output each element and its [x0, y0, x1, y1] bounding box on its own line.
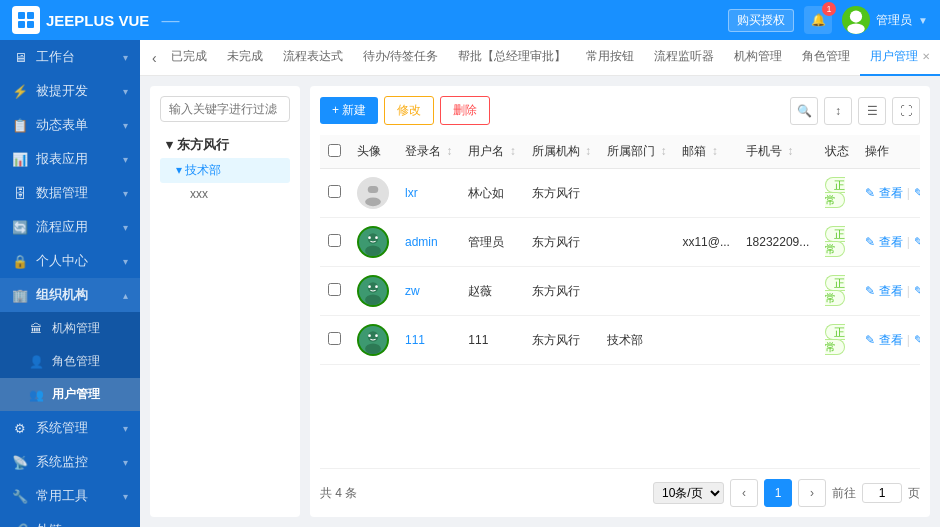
add-user-button[interactable]: + 新建	[320, 97, 378, 124]
edit-user-button[interactable]: 修改	[384, 96, 434, 125]
tab-done[interactable]: 已完成	[161, 40, 217, 76]
refresh-icon-btn[interactable]: ↕	[824, 97, 852, 125]
login-link[interactable]: admin	[405, 235, 438, 249]
sidebar-item-dev[interactable]: ⚡ 被提开发 ▾	[0, 74, 140, 108]
row-checkbox[interactable]	[328, 234, 341, 247]
user-table: 头像 登录名 ↕ 用户名 ↕ 所属机构 ↕ 所属部门 ↕ 邮箱 ↕ 手机号 ↕ …	[320, 135, 920, 365]
table-toolbar: + 新建 修改 删除 🔍 ↕ ☰ ⛶	[320, 96, 920, 125]
svg-point-4	[850, 10, 862, 22]
sidebar-item-report[interactable]: 📊 报表应用 ▾	[0, 142, 140, 176]
username-cell: 111	[460, 316, 523, 365]
delete-user-button[interactable]: 删除	[440, 96, 490, 125]
login-link[interactable]: zw	[405, 284, 420, 298]
sidebar-item-personal[interactable]: 🔒 个人中心 ▾	[0, 244, 140, 278]
monitor-icon: 📡	[12, 454, 28, 470]
username-cell: 管理员	[460, 218, 523, 267]
chevron-icon: ▾	[123, 154, 128, 165]
tab-close-icon[interactable]: ✕	[922, 51, 930, 62]
logo: JEEPLUS VUE	[12, 6, 149, 34]
tree-leaf-node-xxx[interactable]: xxx	[160, 183, 290, 205]
tree-search-input[interactable]	[160, 96, 290, 122]
prev-page-button[interactable]: ‹	[730, 479, 758, 507]
per-page-select[interactable]: 10条/页	[653, 482, 724, 504]
tab-user-mgmt[interactable]: 用户管理 ✕	[860, 40, 940, 76]
current-page-button[interactable]: 1	[764, 479, 792, 507]
view-button[interactable]: ✎ 查看	[865, 332, 902, 349]
edit-button[interactable]: ✎ 修改	[914, 185, 920, 202]
tab-institution-mgmt[interactable]: 机构管理	[724, 40, 792, 76]
notification-button[interactable]: 🔔 1	[804, 6, 832, 34]
sidebar-item-label: 系统监控	[36, 453, 88, 471]
sidebar-item-sysmanage[interactable]: ⚙ 系统管理 ▾	[0, 411, 140, 445]
sidebar-item-workbench[interactable]: 🖥 工作台 ▾	[0, 40, 140, 74]
tab-pending[interactable]: 待办/待签任务	[353, 40, 448, 76]
sidebar-item-org[interactable]: 🏢 组织机构 ▴	[0, 278, 140, 312]
dept-cell	[599, 169, 674, 218]
tab-role-mgmt[interactable]: 角色管理	[792, 40, 860, 76]
edit-button[interactable]: ✎ 修改	[914, 283, 920, 300]
login-link[interactable]: lxr	[405, 186, 418, 200]
desktop-icon: 🖥	[12, 49, 28, 65]
buy-auth-button[interactable]: 购买授权	[728, 9, 794, 32]
edit-button[interactable]: ✎ 修改	[914, 234, 920, 251]
main-layout: 🖥 工作台 ▾ ⚡ 被提开发 ▾ 📋 动态表单 ▾ 📊 报表应用 ▾ 🗄	[0, 40, 940, 527]
view-button[interactable]: ✎ 查看	[865, 185, 902, 202]
table-row: lxr 林心如 东方风行 正常 ✎ 查看	[320, 169, 920, 218]
tab-help[interactable]: 帮批【总经理审批】	[448, 40, 576, 76]
sidebar-item-tools[interactable]: 🔧 常用工具 ▾	[0, 479, 140, 513]
sidebar-item-institution[interactable]: 🏛 机构管理	[0, 312, 140, 345]
dept-cell: 技术部	[599, 316, 674, 365]
tab-flow-expr[interactable]: 流程表达式	[273, 40, 353, 76]
tab-common-btn[interactable]: 常用按钮	[576, 40, 644, 76]
sidebar-item-data[interactable]: 🗄 数据管理 ▾	[0, 176, 140, 210]
sidebar-item-monitor[interactable]: 📡 系统监控 ▾	[0, 445, 140, 479]
tree-root-node[interactable]: ▾ 东方风行	[160, 132, 290, 158]
sidebar-item-label: 工作台	[36, 48, 75, 66]
phone-cell: 18232209...	[738, 218, 817, 267]
user-table-panel: + 新建 修改 删除 🔍 ↕ ☰ ⛶	[310, 86, 930, 517]
goto-page-input[interactable]	[862, 483, 902, 503]
sidebar-org-submenu: 🏛 机构管理 👤 角色管理 👥 用户管理	[0, 312, 140, 411]
sidebar-item-label: 外链	[36, 521, 62, 527]
row-actions: ✎ 查看 | ✎ 修改 | 🗑 删除	[865, 332, 920, 349]
sidebar-item-label: 动态表单	[36, 116, 88, 134]
chevron-icon: ▾	[123, 491, 128, 502]
sidebar-item-role[interactable]: 👤 角色管理	[0, 345, 140, 378]
view-button[interactable]: ✎ 查看	[865, 234, 902, 251]
edit-button[interactable]: ✎ 修改	[914, 332, 920, 349]
view-button[interactable]: ✎ 查看	[865, 283, 902, 300]
tree-expand-icon: ▾	[166, 137, 177, 152]
toolbar-right-actions: 🔍 ↕ ☰ ⛶	[790, 97, 920, 125]
login-link[interactable]: 111	[405, 333, 425, 347]
email-cell: xx11@...	[674, 218, 738, 267]
search-icon-btn[interactable]: 🔍	[790, 97, 818, 125]
next-page-button[interactable]: ›	[798, 479, 826, 507]
sidebar-item-external[interactable]: 🔗 外链	[0, 513, 140, 527]
dept-cell	[599, 267, 674, 316]
tab-flow-listener[interactable]: 流程监听器	[644, 40, 724, 76]
row-checkbox[interactable]	[328, 185, 341, 198]
row-checkbox[interactable]	[328, 332, 341, 345]
sidebar-item-dynform[interactable]: 📋 动态表单 ▾	[0, 108, 140, 142]
page-unit: 页	[908, 485, 920, 502]
tree-child-node-tech[interactable]: ▾ 技术部	[160, 158, 290, 183]
sidebar-item-label: 报表应用	[36, 150, 88, 168]
user-avatar-area[interactable]: 管理员 ▼	[842, 6, 928, 34]
sidebar-item-label: 组织机构	[36, 286, 88, 304]
column-settings-icon-btn[interactable]: ☰	[858, 97, 886, 125]
status-badge: 正常	[825, 226, 845, 257]
sidebar-item-flow[interactable]: 🔄 流程应用 ▾	[0, 210, 140, 244]
tab-prev-button[interactable]: ‹	[148, 50, 161, 66]
select-all-checkbox[interactable]	[328, 144, 341, 157]
phone-cell	[738, 267, 817, 316]
admin-name: 管理员	[876, 12, 912, 29]
org-cell: 东方风行	[524, 218, 599, 267]
sidebar-item-users[interactable]: 👥 用户管理	[0, 378, 140, 411]
svg-point-22	[368, 334, 371, 337]
svg-point-16	[365, 295, 381, 306]
tab-undone[interactable]: 未完成	[217, 40, 273, 76]
row-actions: ✎ 查看 | ✎ 修改 | 🗑 删除	[865, 234, 920, 251]
fullscreen-icon-btn[interactable]: ⛶	[892, 97, 920, 125]
sidebar-item-label: 常用工具	[36, 487, 88, 505]
row-checkbox[interactable]	[328, 283, 341, 296]
